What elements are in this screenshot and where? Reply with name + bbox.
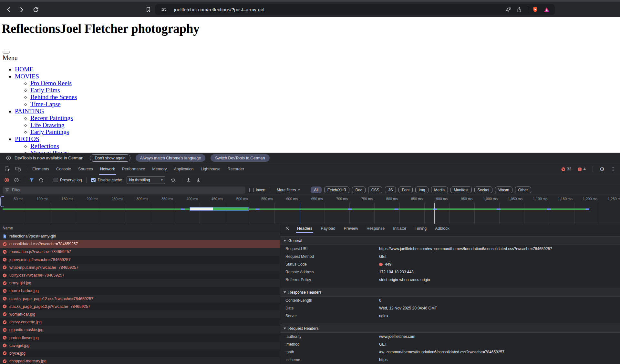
details-tab[interactable]: Response: [362, 224, 389, 233]
address-bar[interactable]: joelfletcher.com/reflections/?post=army-…: [155, 4, 555, 15]
more-filters-button[interactable]: More filters ▾: [275, 187, 302, 193]
panel-tab[interactable]: Elements: [29, 163, 53, 175]
nav-link[interactable]: Pro Demo Reels: [30, 80, 72, 86]
throttling-select[interactable]: No throttling ▾: [127, 176, 165, 184]
section-header[interactable]: Request Headers: [280, 324, 620, 333]
panel-tab[interactable]: Sources: [75, 163, 97, 175]
request-row[interactable]: utility.css?rwcache=784659257: [0, 271, 280, 279]
request-row[interactable]: cavegirl.jpg: [0, 342, 280, 349]
type-filter-pill[interactable]: CSS: [368, 187, 383, 193]
nav-link[interactable]: Magical Places: [30, 149, 69, 153]
forward-button[interactable]: [17, 5, 26, 15]
more-options-button[interactable]: ⋮: [609, 166, 617, 172]
type-filter-pill[interactable]: Font: [398, 187, 413, 193]
details-tab[interactable]: Preview: [339, 224, 362, 233]
request-row[interactable]: stacks_page_page12.js?rwcache=784659257: [0, 303, 280, 310]
url-text[interactable]: joelfletcher.com/reflections/?post=army-…: [174, 7, 505, 12]
name-column-header[interactable]: Name: [3, 226, 13, 230]
timeline-left-handle[interactable]: [0, 196, 4, 207]
section-header[interactable]: General: [280, 236, 620, 245]
request-row[interactable]: army-girl.jpg: [0, 279, 280, 287]
panel-tab[interactable]: Application: [170, 163, 197, 175]
translate-button[interactable]: [505, 6, 512, 13]
request-row[interactable]: foundation.js?rwcache=784659257: [0, 248, 280, 256]
nav-link[interactable]: Behind the Scenes: [30, 94, 77, 100]
nav-link[interactable]: PHOTOS: [15, 136, 39, 142]
request-row[interactable]: reflections/?post=army-girl: [0, 232, 280, 240]
filter-input[interactable]: [11, 187, 206, 193]
request-row[interactable]: stacks_page_page12.css?rwcache=784659257: [0, 295, 280, 303]
request-row[interactable]: chevy-corvette.jpg: [0, 318, 280, 326]
hamburger-menu-button[interactable]: [3, 51, 10, 54]
record-network-log-button[interactable]: [3, 177, 10, 184]
nav-link[interactable]: HOME: [15, 66, 33, 73]
dont-show-again-button[interactable]: Don't show again: [90, 154, 130, 162]
brave-shield-button[interactable]: [532, 6, 539, 13]
nav-link[interactable]: Early Paintings: [30, 128, 69, 135]
details-tab[interactable]: Timing: [410, 224, 431, 233]
details-tab[interactable]: Initiator: [389, 224, 410, 233]
type-filter-pill[interactable]: Socket: [474, 187, 493, 193]
console-errors-badge[interactable]: 33: [559, 167, 573, 172]
match-language-button[interactable]: Always match Chrome's language: [136, 154, 206, 162]
request-row[interactable]: consolidated.css?rwcache=784659257: [0, 240, 280, 248]
share-button[interactable]: [516, 6, 522, 13]
type-filter-pill[interactable]: All: [311, 187, 321, 193]
request-row[interactable]: jquery.min.js?rwcache=784659257: [0, 256, 280, 264]
nav-link[interactable]: Time-Lapse: [30, 101, 61, 107]
nav-link[interactable]: Recent Paintings: [30, 115, 73, 121]
nav-link[interactable]: Reflections: [30, 143, 59, 149]
brave-rewards-button[interactable]: [543, 6, 550, 13]
settings-button[interactable]: ⚙: [598, 166, 606, 173]
panel-tab[interactable]: Recorder: [224, 163, 248, 175]
switch-to-german-button[interactable]: Switch DevTools to German: [211, 154, 269, 162]
device-toolbar-button[interactable]: [14, 165, 22, 173]
panel-tab[interactable]: Performance: [119, 163, 149, 175]
type-filter-pill[interactable]: Img: [415, 187, 428, 193]
request-row[interactable]: woman-car.jpg: [0, 310, 280, 318]
inspect-element-button[interactable]: [4, 165, 12, 173]
reload-button[interactable]: [31, 5, 41, 15]
details-tab[interactable]: Adblock: [431, 224, 453, 233]
request-row[interactable]: bryce.jpg: [0, 349, 280, 357]
back-button[interactable]: [4, 5, 14, 15]
type-filter-pill[interactable]: Media: [431, 187, 448, 193]
details-tab[interactable]: Headers: [293, 224, 316, 233]
import-har-button[interactable]: [185, 177, 192, 184]
panel-tab[interactable]: Lighthouse: [197, 163, 224, 175]
nav-link[interactable]: PAINTING: [15, 108, 44, 115]
export-har-button[interactable]: [195, 177, 202, 184]
site-settings-icon[interactable]: [161, 6, 167, 13]
filter-toggle-button[interactable]: [28, 177, 35, 184]
request-row[interactable]: gigantic-muskie.jpg: [0, 326, 280, 334]
nav-link[interactable]: Early Films: [30, 87, 60, 94]
details-tab[interactable]: Payload: [316, 224, 339, 233]
type-filter-pill[interactable]: Doc: [352, 187, 365, 193]
request-row[interactable]: protea-flower.jpg: [0, 334, 280, 341]
request-table-header[interactable]: Name: [0, 224, 280, 232]
preserve-log-checkbox[interactable]: [54, 178, 58, 182]
type-filter-pill[interactable]: Manifest: [450, 187, 471, 193]
panel-tab[interactable]: Network: [97, 163, 119, 175]
preserve-log-toggle[interactable]: Preserve log: [54, 178, 82, 182]
invert-filter-toggle[interactable]: Invert: [249, 188, 265, 192]
type-filter-pill[interactable]: JS: [385, 187, 396, 193]
invert-checkbox[interactable]: [249, 188, 254, 192]
disable-cache-checkbox[interactable]: [91, 178, 96, 182]
clear-network-log-button[interactable]: [13, 177, 20, 184]
section-header[interactable]: Response Headers: [280, 288, 620, 297]
bookmark-button[interactable]: [143, 5, 153, 14]
nav-link[interactable]: Life Drawing: [30, 122, 65, 128]
type-filter-pill[interactable]: Other: [515, 187, 531, 193]
disable-cache-toggle[interactable]: Disable cache: [91, 178, 122, 182]
type-filter-pill[interactable]: Wasm: [495, 187, 512, 193]
close-details-button[interactable]: [285, 226, 290, 231]
network-overview[interactable]: 50 ms100 ms150 ms200 ms250 ms300 ms350 m…: [0, 195, 620, 224]
request-row[interactable]: what-input.min.js?rwcache=784659257: [0, 264, 280, 271]
network-conditions-button[interactable]: [169, 176, 177, 184]
nav-link[interactable]: MOVIES: [15, 73, 39, 80]
request-row[interactable]: morro-harbor.jpg: [0, 287, 280, 295]
type-filter-pill[interactable]: Fetch/XHR: [324, 187, 350, 193]
panel-tab[interactable]: Memory: [149, 163, 170, 175]
panel-tab[interactable]: Console: [53, 163, 75, 175]
